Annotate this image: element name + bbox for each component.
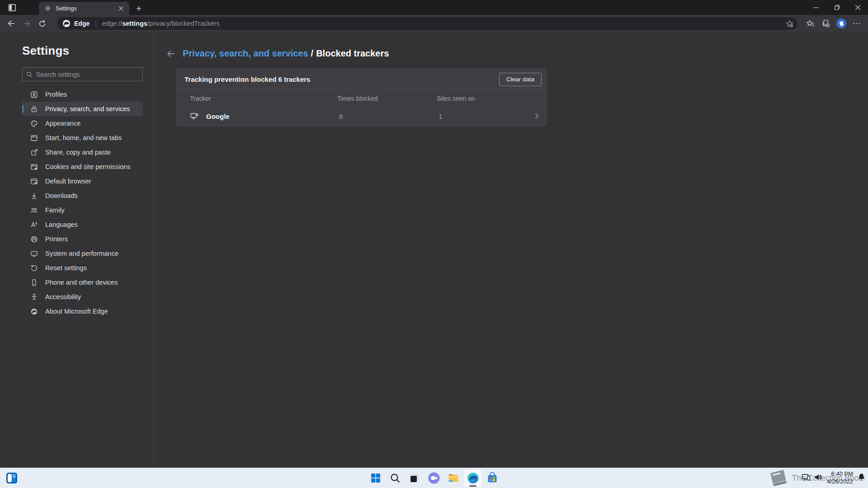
window-controls xyxy=(806,0,868,15)
sidebar-item-appearance[interactable]: Appearance xyxy=(22,116,143,131)
search-icon xyxy=(390,473,401,483)
breadcrumb-parent-link[interactable]: Privacy, search, and services xyxy=(183,48,308,58)
microsoft-store-button[interactable] xyxy=(483,469,501,487)
tracker-name: Google xyxy=(206,113,230,120)
star-add-icon xyxy=(786,20,793,28)
close-icon xyxy=(118,6,123,11)
search-button[interactable] xyxy=(386,469,404,487)
sidebar-item-profiles[interactable]: Profiles xyxy=(22,87,143,102)
back-arrow-icon xyxy=(7,19,15,28)
add-favorite-button[interactable] xyxy=(783,18,796,29)
tab-close-button[interactable] xyxy=(116,4,126,14)
widgets-icon xyxy=(6,472,18,484)
sidebar-item-about-edge[interactable]: About Microsoft Edge xyxy=(22,304,143,319)
extension-book-button[interactable] xyxy=(834,17,849,30)
breadcrumb-separator: / xyxy=(308,48,316,58)
teams-chat-icon xyxy=(428,472,440,484)
store-icon xyxy=(486,472,498,484)
start-button[interactable] xyxy=(367,469,385,487)
address-bar[interactable]: Edge | edge://settings/privacy/blockedTr… xyxy=(57,17,797,30)
chevron-right-icon xyxy=(533,113,540,120)
settings-more-button[interactable]: ⋯ xyxy=(849,17,864,30)
refresh-icon xyxy=(38,20,46,28)
tab-actions-menu-button[interactable] xyxy=(5,1,20,14)
file-explorer-button[interactable] xyxy=(444,469,462,487)
notifications-bell-icon[interactable]: z xyxy=(857,473,866,483)
sidebar-item-share-copy-paste[interactable]: Share, copy and paste xyxy=(22,145,143,160)
profile-icon xyxy=(30,91,38,99)
new-tab-button[interactable]: + xyxy=(132,2,146,15)
column-sites-seen-on: Sites seen on xyxy=(437,95,527,102)
times-blocked-value: 6 xyxy=(337,113,437,120)
collections-icon xyxy=(822,19,830,28)
taskbar-clock[interactable]: 6:40 PM 4/26/2022 xyxy=(826,470,854,486)
forward-button[interactable] xyxy=(19,17,34,30)
gear-icon xyxy=(44,5,51,12)
back-button[interactable] xyxy=(4,17,19,30)
breadcrumb: Privacy, search, and services/Blocked tr… xyxy=(166,48,868,59)
cookies-icon xyxy=(30,163,38,171)
file-explorer-icon xyxy=(448,472,459,484)
palette-icon xyxy=(30,120,38,127)
ellipsis-icon: ⋯ xyxy=(853,19,861,28)
site-button-label[interactable]: Edge xyxy=(74,20,90,27)
share-icon xyxy=(30,149,38,156)
volume-tray-icon[interactable] xyxy=(814,473,823,483)
card-title: Tracking prevention blocked 6 trackers xyxy=(184,75,499,83)
favorites-button[interactable] xyxy=(803,17,818,30)
widgets-button[interactable] xyxy=(3,469,21,487)
task-view-icon xyxy=(409,473,420,483)
close-icon xyxy=(855,5,861,10)
vertical-tabs-icon xyxy=(8,4,16,12)
family-icon xyxy=(30,206,38,214)
table-row[interactable]: Google 6 1 xyxy=(176,107,546,126)
close-window-button[interactable] xyxy=(847,0,868,15)
sidebar-item-start-home-new-tabs[interactable]: Start, home, and new tabs xyxy=(22,131,143,145)
sidebar-item-family[interactable]: Family xyxy=(22,203,143,217)
omnibox-separator: | xyxy=(95,20,97,27)
browser-window: Settings + xyxy=(0,0,868,488)
sidebar-item-accessibility[interactable]: Accessibility xyxy=(22,290,143,304)
clear-data-button[interactable]: Clear data xyxy=(499,73,542,86)
blocked-trackers-card: Tracking prevention blocked 6 trackers C… xyxy=(176,69,547,126)
reset-icon xyxy=(30,264,38,272)
restore-button[interactable] xyxy=(826,0,847,15)
settings-page: Settings Profiles xyxy=(0,32,868,468)
sidebar-item-privacy-search-services[interactable]: Privacy, search, and services xyxy=(22,102,143,116)
sidebar-item-printers[interactable]: Printers xyxy=(22,232,143,246)
tab-title: Settings xyxy=(56,5,116,12)
monitor-icon xyxy=(30,250,38,258)
task-view-button[interactable] xyxy=(406,469,424,487)
download-icon xyxy=(30,192,38,200)
settings-search-box[interactable] xyxy=(22,67,143,81)
tab-settings[interactable]: Settings xyxy=(39,2,129,15)
collections-button[interactable] xyxy=(818,17,834,30)
sidebar-item-phone-other-devices[interactable]: Phone and other devices xyxy=(22,275,143,290)
url-text[interactable]: edge://settings/privacy/blockedTrackers xyxy=(102,20,783,27)
settings-search-input[interactable] xyxy=(36,71,139,78)
row-expand-button[interactable] xyxy=(527,113,546,120)
settings-main: Privacy, search, and services/Blocked tr… xyxy=(154,32,868,468)
edge-icon xyxy=(467,472,479,484)
system-tray: 6:40 PM 4/26/2022 z xyxy=(802,468,866,488)
refresh-button[interactable] xyxy=(34,17,50,30)
sidebar-item-downloads[interactable]: Downloads xyxy=(22,188,143,203)
minimize-icon xyxy=(813,5,819,10)
card-header: Tracking prevention blocked 6 trackers C… xyxy=(176,69,546,90)
sidebar-item-cookies-site-permissions[interactable]: Cookies and site permissions xyxy=(22,160,143,174)
phone-icon xyxy=(30,279,38,286)
sidebar-item-default-browser[interactable]: Default browser xyxy=(22,174,143,188)
page-title: Blocked trackers xyxy=(316,48,389,58)
sites-seen-on-value: 1 xyxy=(437,113,527,120)
edge-logo-icon xyxy=(62,19,71,28)
chat-button[interactable] xyxy=(425,469,443,487)
back-arrow-icon[interactable] xyxy=(166,49,176,59)
minimize-button[interactable] xyxy=(806,0,826,15)
table-header: Tracker Times blocked Sites seen on xyxy=(176,90,546,107)
edge-taskbar-button[interactable] xyxy=(464,469,482,487)
sidebar-item-reset-settings[interactable]: Reset settings xyxy=(22,261,143,275)
cast-display-tray-icon[interactable] xyxy=(802,473,811,483)
sidebar-item-system-performance[interactable]: System and performance xyxy=(22,246,143,261)
sidebar-item-languages[interactable]: Languages xyxy=(22,217,143,232)
sidebar-nav: Profiles Privacy, search, and services xyxy=(22,87,143,319)
